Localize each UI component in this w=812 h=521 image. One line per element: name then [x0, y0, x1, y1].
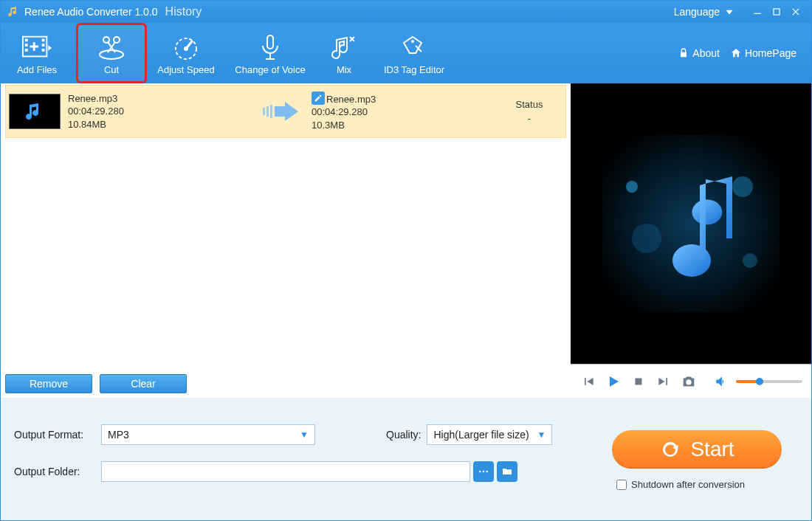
titlebar: Renee Audio Converter 1.0.0 History Lang… — [1, 1, 811, 23]
adjust-speed-label: Adjust Speed — [157, 64, 214, 75]
file-row[interactable]: Renee.mp3 00:04:29.280 10.84MB Renee.mp3 — [5, 85, 566, 138]
speed-icon — [171, 32, 202, 63]
close-button[interactable] — [786, 4, 805, 19]
browse-folder-button[interactable] — [497, 461, 517, 482]
arrow-icon — [260, 99, 304, 124]
shutdown-checkbox-input[interactable] — [616, 480, 627, 490]
main-area: Renee.mp3 00:04:29.280 10.84MB Renee.mp3 — [1, 83, 811, 398]
svg-rect-14 — [267, 35, 273, 49]
bottom-panel: Output Format: MP3 ▼ Quality: High(Large… — [1, 398, 811, 520]
svg-rect-16 — [263, 108, 265, 115]
toolbar-right-links: About HomePage — [678, 47, 811, 59]
tag-icon — [399, 32, 430, 63]
minimize-button[interactable] — [748, 4, 767, 19]
app-window: Renee Audio Converter 1.0.0 History Lang… — [0, 0, 812, 521]
output-format-select[interactable]: MP3 ▼ — [101, 424, 315, 445]
mix-button[interactable]: Mix — [318, 23, 370, 83]
change-voice-button[interactable]: Change of Voice — [222, 23, 318, 83]
homepage-link[interactable]: HomePage — [730, 47, 796, 59]
home-icon — [730, 47, 742, 59]
cut-icon — [96, 32, 127, 63]
svg-rect-18 — [270, 105, 272, 118]
quality-value: High(Larger file size) — [433, 429, 537, 441]
svg-point-23 — [743, 253, 757, 268]
chevron-down-icon: ▼ — [300, 429, 309, 440]
start-button[interactable]: Start — [612, 430, 782, 469]
input-file-name: Renee.mp3 — [68, 92, 252, 106]
output-file-name: Renee.mp3 — [312, 92, 496, 106]
preview-panel — [571, 83, 811, 398]
output-file-info: Renee.mp3 00:04:29.280 10.3MB — [312, 92, 496, 132]
cut-button[interactable]: Cut — [76, 23, 147, 83]
input-file-size: 10.84MB — [68, 118, 252, 131]
filmstrip-add-icon — [21, 32, 52, 63]
lock-icon — [678, 47, 689, 59]
output-folder-label: Output Folder: — [14, 466, 101, 477]
stop-button[interactable] — [630, 373, 647, 390]
app-title: Renee Audio Converter 1.0.0 — [24, 6, 158, 18]
output-format-value: MP3 — [108, 429, 300, 441]
maximize-button[interactable] — [767, 4, 786, 19]
cut-label: Cut — [104, 64, 119, 75]
shutdown-checkbox[interactable]: Shutdown after conversion — [616, 479, 745, 490]
file-thumbnail — [9, 94, 61, 129]
svg-point-27 — [486, 471, 488, 473]
toolbar: Add Files Cut Adjust Spee — [1, 23, 811, 83]
quality-select[interactable]: High(Larger file size) ▼ — [427, 424, 552, 445]
status-column: Status - — [503, 99, 555, 124]
svg-point-26 — [483, 471, 485, 473]
language-menu[interactable]: Language — [674, 6, 734, 18]
svg-rect-3 — [25, 38, 28, 41]
app-logo-icon — [7, 5, 20, 18]
svg-point-13 — [184, 46, 188, 51]
list-buttons: Remove Clear — [5, 373, 566, 396]
svg-rect-7 — [42, 44, 45, 46]
snapshot-button[interactable] — [680, 373, 698, 390]
add-files-button[interactable]: Add Files — [1, 23, 73, 83]
svg-rect-4 — [25, 44, 28, 46]
status-header: Status — [503, 99, 555, 110]
svg-rect-24 — [636, 378, 642, 384]
clear-button[interactable]: Clear — [100, 374, 187, 393]
volume-icon[interactable] — [712, 373, 730, 390]
status-value: - — [503, 113, 555, 124]
music-note-icon — [602, 135, 780, 312]
svg-rect-1 — [774, 9, 780, 15]
svg-point-22 — [626, 181, 638, 193]
chevron-down-icon: ▼ — [537, 429, 546, 440]
id3-tag-button[interactable]: ID3 Tag Editor — [370, 23, 458, 83]
svg-point-15 — [411, 40, 414, 43]
volume-control — [712, 373, 802, 390]
adjust-speed-button[interactable]: Adjust Speed — [150, 23, 222, 83]
svg-rect-8 — [42, 48, 45, 51]
svg-point-9 — [100, 50, 123, 59]
play-button[interactable] — [605, 373, 622, 390]
svg-rect-0 — [754, 13, 760, 14]
history-link[interactable]: History — [165, 5, 202, 18]
player-bar — [571, 364, 811, 398]
input-file-info: Renee.mp3 00:04:29.280 10.84MB — [68, 92, 252, 131]
output-folder-input[interactable] — [101, 461, 470, 482]
svg-point-25 — [479, 471, 481, 473]
previous-button[interactable] — [579, 373, 597, 390]
svg-rect-19 — [602, 135, 780, 312]
input-file-duration: 00:04:29.280 — [68, 105, 252, 118]
output-file-size: 10.3MB — [312, 119, 496, 132]
volume-slider[interactable] — [736, 380, 802, 383]
svg-rect-5 — [25, 48, 28, 51]
output-format-label: Output Format: — [14, 429, 101, 441]
dots-icon — [478, 466, 489, 477]
start-label: Start — [690, 438, 734, 461]
microphone-icon — [255, 32, 286, 63]
file-list: Renee.mp3 00:04:29.280 10.84MB Renee.mp3 — [1, 83, 571, 398]
next-button[interactable] — [655, 373, 672, 390]
id3-tag-label: ID3 Tag Editor — [384, 64, 444, 75]
change-voice-label: Change of Voice — [235, 64, 305, 75]
about-link[interactable]: About — [678, 47, 720, 59]
output-file-duration: 00:04:29.280 — [312, 106, 496, 119]
language-label: Language — [674, 6, 720, 18]
remove-button[interactable]: Remove — [5, 374, 92, 393]
more-button[interactable] — [473, 461, 494, 482]
svg-point-21 — [732, 176, 753, 197]
edit-icon — [312, 92, 325, 105]
